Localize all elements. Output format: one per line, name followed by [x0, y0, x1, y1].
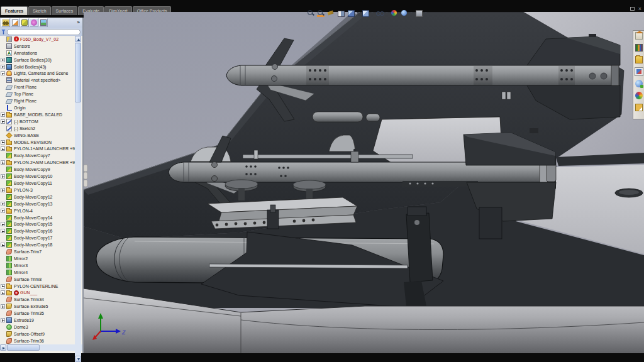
tree-item[interactable]: Origin [0, 104, 76, 111]
expand-icon[interactable] [1, 119, 5, 124]
tree-item[interactable]: PYLON-3 [0, 187, 76, 194]
scroll-down-button[interactable] [75, 356, 81, 362]
tree-item[interactable]: Body-Move/Copy7 [0, 152, 76, 159]
rollback-button[interactable] [30, 18, 38, 27]
tree-item[interactable]: Surface-Trim35 [0, 310, 76, 317]
design-library-icon[interactable] [635, 44, 643, 52]
tree-item[interactable]: BASE_MODEL SCALED [0, 111, 76, 118]
tree-item[interactable]: Front Plane [0, 84, 76, 90]
hscroll-thumb[interactable] [7, 344, 40, 351]
tree-item[interactable]: Body-Move/Copy10 [0, 173, 76, 180]
dropdown-caret-icon[interactable] [410, 12, 413, 14]
close-window-button[interactable]: × [638, 6, 641, 11]
tree-horizontal-scrollbar[interactable] [0, 344, 82, 351]
tree-item[interactable]: Body-Move/Copy12 [0, 194, 76, 200]
scroll-right-button[interactable] [0, 344, 6, 351]
zoom-area-icon[interactable] [317, 9, 325, 17]
tree-item[interactable]: Body-Move/Copy9 [0, 166, 76, 173]
expand-icon[interactable] [1, 318, 5, 322]
expand-icon[interactable] [1, 140, 5, 145]
edit-appearance-icon[interactable] [391, 9, 398, 17]
hide-show-icon[interactable] [376, 9, 384, 17]
expand-icon[interactable] [1, 243, 5, 247]
tree-item[interactable]: (-) BOTTOM [0, 118, 76, 125]
tree-item[interactable]: PYLON-CENTERLINE [0, 283, 76, 290]
display-style-icon[interactable] [362, 9, 369, 17]
tree-item[interactable]: Mirror2 [0, 255, 76, 262]
expand-icon[interactable] [1, 222, 5, 226]
tree-item[interactable]: MODEL REVISION [0, 139, 76, 146]
tree-item[interactable]: Body-Move/Copy16 [0, 228, 76, 234]
tree-item[interactable]: Body-Move/Copy17 [0, 234, 76, 241]
expand-icon[interactable] [1, 188, 5, 192]
tree-item[interactable]: WING-BASE [0, 132, 76, 139]
tree-item[interactable]: PYLON-4 [0, 207, 76, 214]
expand-icon[interactable] [1, 65, 5, 69]
appearances-icon[interactable] [635, 80, 643, 87]
view-palette-icon[interactable] [635, 68, 643, 75]
panel-flyout-tabs[interactable] [84, 165, 87, 187]
scroll-thumb[interactable] [75, 43, 81, 102]
tree-item[interactable]: Surface-Trim8 [0, 276, 76, 283]
tree-item[interactable]: PYLON-1+AIM LAUNCHER +9LM MI [0, 146, 76, 153]
tree-item[interactable]: Extrude19 [0, 317, 76, 324]
tree-item[interactable]: Material <not specified> [0, 77, 76, 84]
properties-button[interactable] [11, 18, 19, 27]
tree-item[interactable]: Surface-Trim7 [0, 248, 76, 255]
previous-view-icon[interactable] [327, 9, 335, 17]
expand-icon[interactable] [1, 146, 5, 151]
view-settings-icon[interactable] [415, 9, 423, 17]
tab-features[interactable]: Features [1, 6, 28, 15]
display-button[interactable] [39, 18, 48, 27]
tree-item[interactable]: Lights, Cameras and Scene [0, 70, 76, 77]
toolbar-overflow-button[interactable]: » [77, 19, 80, 25]
dropdown-caret-icon[interactable] [357, 12, 359, 14]
apply-scene-icon[interactable] [401, 9, 408, 17]
tree-item[interactable]: Body-Move/Copy18 [0, 241, 76, 248]
tree-item[interactable]: Annotations [0, 50, 76, 57]
tree-item[interactable]: Mirror4 [0, 269, 76, 276]
tree-item[interactable]: Body-Move/Copy14 [0, 214, 76, 221]
restore-window-button[interactable] [630, 7, 635, 11]
tree-item[interactable]: F16D_Body_V7_02 [0, 36, 76, 43]
expand-icon[interactable] [1, 209, 5, 213]
expand-icon[interactable] [1, 112, 5, 117]
section-view-icon[interactable] [337, 9, 345, 17]
view-orientation-icon[interactable] [347, 9, 355, 17]
scene-icon[interactable] [635, 92, 643, 99]
expand-icon[interactable] [1, 229, 5, 233]
tab-surfaces[interactable]: Surfaces [52, 6, 78, 15]
file-explorer-icon[interactable] [635, 56, 643, 63]
expand-icon[interactable] [1, 174, 5, 178]
binoculars-button[interactable] [1, 18, 10, 27]
custom-properties-icon[interactable] [635, 104, 643, 111]
tree-item[interactable]: Surface-Offset9 [0, 331, 76, 337]
expand-icon[interactable] [1, 58, 5, 62]
home-icon[interactable] [635, 32, 643, 40]
tree-item[interactable]: Top Plane [0, 90, 76, 97]
expand-icon[interactable] [1, 71, 5, 75]
expand-icon[interactable] [1, 160, 5, 165]
expand-icon[interactable] [1, 202, 5, 206]
tab-sketch[interactable]: Sketch [28, 6, 50, 15]
tree-item[interactable]: Solid Bodies(43) [0, 63, 76, 70]
tree-item[interactable]: Body-Move/Copy11 [0, 180, 76, 187]
tree-item[interactable]: Surface Bodies(30) [0, 57, 76, 63]
dropdown-caret-icon[interactable] [371, 12, 374, 14]
filter-input[interactable] [7, 29, 80, 35]
tree-item[interactable]: Right Plane [0, 97, 76, 104]
tree-item[interactable]: Surface-Trim36 [0, 337, 76, 344]
expand-icon[interactable] [1, 290, 5, 295]
tree-item[interactable]: Body-Move/Copy15 [0, 221, 76, 228]
dropdown-caret-icon[interactable] [425, 12, 427, 14]
tree-item[interactable]: Dome3 [0, 324, 76, 331]
viewport-3d[interactable]: Z [84, 12, 644, 353]
tree-item[interactable]: Surface-Extrude5 [0, 303, 76, 310]
tree-item[interactable]: PYLON-2+AIM LAUNCHER +9LM MI [0, 159, 76, 166]
dropdown-caret-icon[interactable] [386, 12, 388, 14]
tree-item[interactable]: Sensors [0, 43, 76, 50]
expand-icon[interactable] [1, 284, 5, 288]
component-button[interactable] [20, 18, 29, 27]
tree-item[interactable]: GUN___ [0, 290, 76, 297]
tree-item[interactable]: Body-Move/Copy13 [0, 200, 76, 207]
